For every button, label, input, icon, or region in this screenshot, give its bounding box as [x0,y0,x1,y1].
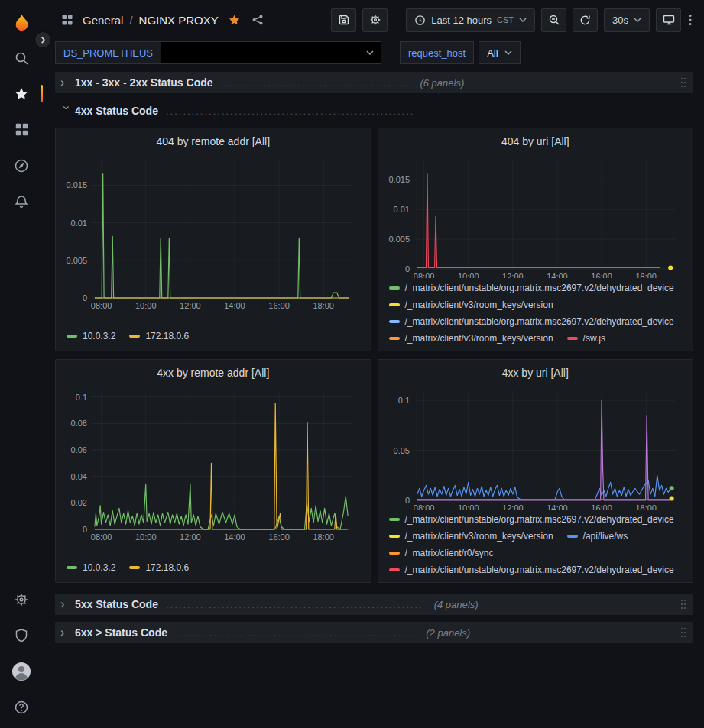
header-toolbar: Last 12 hours CST 30s [331,8,693,32]
svg-text:0: 0 [83,525,87,534]
legend-row: /_matrix/client/unstable/org.matrix.msc2… [389,280,686,296]
save-dashboard-button[interactable] [331,8,356,32]
grafana-logo[interactable] [11,6,32,40]
legend-series-swatch [389,552,400,555]
kebab-menu-button[interactable] [687,12,693,28]
panel-title[interactable]: 404 by uri [All] [384,133,687,153]
row-title: 6xx > Status Code [75,626,167,639]
svg-text:12:00: 12:00 [180,301,201,310]
cycle-view-mode-button[interactable] [656,8,681,32]
svg-text:16:00: 16:00 [268,301,290,310]
time-series-plot[interactable]: 08:0010:0012:0014:0016:0018:0000.0050.01… [62,153,363,312]
variable-request-host-value-dropdown[interactable]: All [479,41,520,64]
breadcrumb-folder[interactable]: General [83,14,123,27]
row-6xx-status-code[interactable]: › 6xx > Status Code ....................… [55,622,693,643]
svg-text:18:00: 18:00 [313,532,334,542]
legend-item[interactable]: /_matrix/client/v3/room_keys/version [389,330,553,346]
row-drag-handle[interactable] [679,76,688,89]
legend-series-swatch [389,337,400,340]
sidebar-item-configuration[interactable] [0,581,43,617]
refresh-button[interactable] [573,8,598,32]
legend-item[interactable]: /sw.js [567,330,605,346]
legend-row: 10.0.3.2172.18.0.6 [67,328,363,345]
svg-text:14:00: 14:00 [547,503,568,510]
grafana-flame-icon [11,13,32,34]
zoom-out-icon [548,14,560,26]
dashboard-variables-bar: DS_PROMETHEUS request_host All [43,40,704,72]
panel-legend: /_matrix/client/unstable/org.matrix.msc2… [384,278,687,346]
legend-item[interactable]: 10.0.3.2 [67,328,115,345]
time-series-plot[interactable]: 08:0010:0012:0014:0016:0018:0000.020.040… [62,384,363,543]
svg-text:18:00: 18:00 [313,301,334,310]
row-drag-handle[interactable] [679,597,688,611]
sidebar-item-alerting[interactable] [0,183,43,219]
legend-item[interactable]: /_matrix/client/unstable/org.matrix.msc2… [389,561,674,578]
legend-item[interactable]: 10.0.3.2 [67,559,115,576]
row-dots-leader: ........................................… [175,627,415,639]
clock-icon [414,15,426,26]
svg-text:14:00: 14:00 [547,272,568,278]
legend-series-swatch [129,335,140,338]
sidebar-item-dashboards[interactable] [0,112,43,147]
sidebar-user-avatar[interactable] [0,653,43,689]
row-title: 5xx Status Code [75,598,158,610]
sidebar-item-help[interactable] [0,689,43,725]
panel-title[interactable]: 4xx by uri [All] [384,364,687,384]
share-button[interactable] [250,12,265,28]
row-4xx-status-code[interactable]: › 4xx Status Code ......................… [55,100,693,121]
sidebar-item-starred[interactable] [0,76,43,112]
svg-text:08:00: 08:00 [91,532,112,542]
apps-grid-icon[interactable] [60,12,75,28]
dashboard-settings-button[interactable] [362,8,388,32]
variable-datasource-value-dropdown[interactable] [161,41,381,64]
legend-item[interactable]: /_matrix/client/unstable/org.matrix.msc2… [389,511,674,528]
favorite-star-button[interactable] [226,12,242,28]
chevron-down-icon: › [60,105,73,118]
legend-item[interactable]: /_matrix/client/v3/room_keys/version [389,528,553,545]
row-panel-count: (4 panels) [434,599,479,610]
legend-series-label: 10.0.3.2 [83,328,115,345]
chevron-down-icon [504,50,512,55]
legend-series-swatch [389,286,400,290]
svg-text:0.005: 0.005 [388,235,410,244]
row-drag-handle[interactable] [679,626,688,639]
legend-item[interactable]: /api/live/ws [567,528,628,545]
dashboards-grid-icon [15,122,29,137]
time-series-plot[interactable]: 08:0010:0012:0014:0016:0018:0000.050.1 [384,384,686,510]
time-series-plot[interactable]: 08:0010:0012:0014:0016:0018:0000.0050.01… [384,153,686,278]
variable-request-host-value: All [487,47,498,59]
variable-datasource: DS_PROMETHEUS [55,41,381,64]
sidebar-item-explore[interactable] [0,147,43,183]
breadcrumb: General / NGINX PROXY [83,14,219,27]
svg-text:0.1: 0.1 [397,396,409,405]
legend-item[interactable]: /_matrix/client/unstable/org.matrix.msc2… [389,313,674,330]
svg-text:08:00: 08:00 [413,272,434,278]
dashboard-title: NGINX PROXY [139,14,219,27]
sidebar-expand-button[interactable] [34,31,51,48]
legend-item[interactable]: 172.18.0.6 [129,559,189,576]
alerting-bell-icon [14,194,29,209]
svg-text:16:00: 16:00 [591,503,612,510]
svg-text:0.06: 0.06 [71,445,87,455]
refresh-icon [579,15,591,26]
legend-item[interactable]: /_matrix/client/unstable/org.matrix.msc2… [389,280,674,296]
svg-text:08:00: 08:00 [91,301,112,310]
refresh-interval-dropdown[interactable]: 30s [604,8,650,32]
panel-title[interactable]: 4xx by remote addr [All] [62,364,365,384]
legend-item[interactable]: /_matrix/client/v3/room_keys/version [389,296,553,313]
variable-datasource-label: DS_PROMETHEUS [55,41,161,64]
time-range-picker[interactable]: Last 12 hours CST [406,8,535,32]
row-1xx-3xx-2xx-status-code[interactable]: › 1xx - 3xx - 2xx Status Code ..........… [55,72,693,93]
row-5xx-status-code[interactable]: › 5xx Status Code ......................… [55,594,693,615]
shield-icon [14,628,29,643]
gear-icon [369,14,381,26]
sidebar-item-server-admin[interactable] [0,617,43,653]
legend-item[interactable]: 172.18.0.6 [129,328,189,345]
legend-item[interactable]: /_matrix/client/r0/sync [389,545,494,561]
dashboard-panel: 404 by remote addr [All]08:0010:0012:001… [55,128,371,351]
sidebar [0,0,43,728]
zoom-out-button[interactable] [541,8,566,32]
panel-title[interactable]: 404 by remote addr [All] [62,133,365,153]
svg-text:12:00: 12:00 [502,272,524,278]
svg-text:0.01: 0.01 [393,205,409,214]
